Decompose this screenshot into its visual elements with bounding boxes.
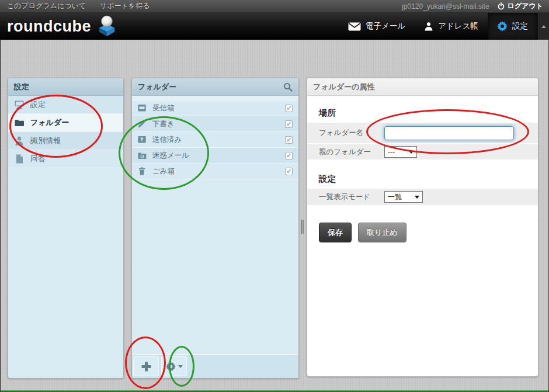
gear-small-icon [166,362,176,372]
folder-properties-panel: フォルダーの属性 場所 フォルダー名 親のフォルダー --- 設定 一覧表示モー… [307,78,538,377]
roundcube-settings-screen: このプログラムについて サポートを得る jp0120_yukari@ssl-ma… [0,0,549,392]
nav-addressbook[interactable]: アドレス帳 [415,13,488,40]
gear-icon [497,21,508,32]
response-icon [14,154,25,164]
sidebar-item-folders[interactable]: フォルダー [8,114,123,132]
mail-icon [348,22,361,31]
folder-actions-button[interactable] [161,356,187,376]
parent-folder-label: 親のフォルダー [319,147,384,157]
main-nav-bar: roundcube [0,13,549,40]
sidebar-item-responses[interactable]: 回答 [8,150,123,168]
sent-icon [137,135,147,144]
list-mode-select[interactable]: 一覧 [384,191,423,203]
sidebar-item-preferences[interactable]: 設定 [8,96,123,114]
chevron-down-icon [178,365,183,368]
inbox-icon [137,103,147,113]
junk-icon [137,151,147,160]
cube-logo-icon [96,15,118,38]
sidebar-item-identities[interactable]: 識別情報 [8,132,123,150]
contact-icon [424,22,433,31]
add-folder-button[interactable] [133,356,159,376]
folder-list-top-strip [132,96,298,100]
settings-panel-header: 設定 [8,78,123,96]
settings-section-heading: 設定 [319,174,538,185]
identity-icon [14,136,25,146]
folder-checkbox-inbox[interactable] [285,105,293,112]
folder-name-input[interactable] [384,126,514,140]
folder-checkbox-trash[interactable] [285,168,293,175]
panel-splitter[interactable] [300,78,306,377]
search-icon[interactable] [283,82,293,92]
settings-sidebar-panel: 設定 設定 フォ [8,78,124,379]
select-arrow-icon [409,151,414,154]
folder-row-inbox[interactable]: 受信箱 [132,100,298,116]
logout-button[interactable]: ログアウト [498,1,543,11]
folder-row-trash[interactable]: ごみ箱 [132,164,298,179]
folder-checkbox-drafts[interactable] [285,120,293,128]
plus-icon [141,361,152,372]
chevron-up-icon [541,25,546,28]
list-mode-row: 一覧表示モード 一覧 [307,189,538,206]
drafts-icon [137,119,147,129]
folder-name-row: フォルダー名 [307,123,538,144]
folders-footer-toolbar [132,354,298,378]
support-link[interactable]: サポートを得る [100,1,150,11]
location-section-heading: 場所 [319,107,538,119]
cancel-button[interactable]: 取り止め [358,223,406,242]
folder-row-junk[interactable]: 迷惑メール [132,148,298,164]
folder-row-drafts[interactable]: 下書き [132,116,298,132]
brand-text: roundcube [7,18,91,36]
nav-mail[interactable]: 電子メール [339,13,415,40]
nav-settings[interactable]: 設定 [488,13,537,40]
folder-icon [14,117,25,128]
toolbar-collapse-button[interactable] [537,13,549,40]
user-email: jp0120_yukari@ssl-mail.site [402,2,489,11]
parent-folder-row: 親のフォルダー --- [307,144,538,161]
power-icon [498,2,505,10]
roundcube-logo: roundcube [7,13,118,40]
folders-panel-header: フォルダー [132,78,298,96]
top-bar: このプログラムについて サポートを得る jp0120_yukari@ssl-ma… [0,0,549,13]
trash-icon [137,166,147,176]
about-link[interactable]: このプログラムについて [7,1,86,11]
folder-name-label: フォルダー名 [319,128,384,138]
task-nav: 電子メール アドレス帳 設定 [339,13,549,40]
folder-row-sent[interactable]: 送信済み [132,132,298,148]
folder-checkbox-junk[interactable] [285,152,293,159]
list-mode-label: 一覧表示モード [319,192,384,202]
parent-folder-select[interactable]: --- [384,146,417,158]
properties-panel-header: フォルダーの属性 [307,78,538,96]
select-arrow-icon [415,196,419,199]
splitter-grip-icon [301,220,304,234]
folders-list-panel: フォルダー 受信箱 [131,78,299,379]
settings-nav-list: 設定 フォルダー 識別情報 [8,96,123,168]
save-button[interactable]: 保存 [319,223,352,242]
folder-list: 受信箱 下書き [132,100,298,179]
display-icon [14,99,25,110]
folder-checkbox-sent[interactable] [285,136,293,144]
